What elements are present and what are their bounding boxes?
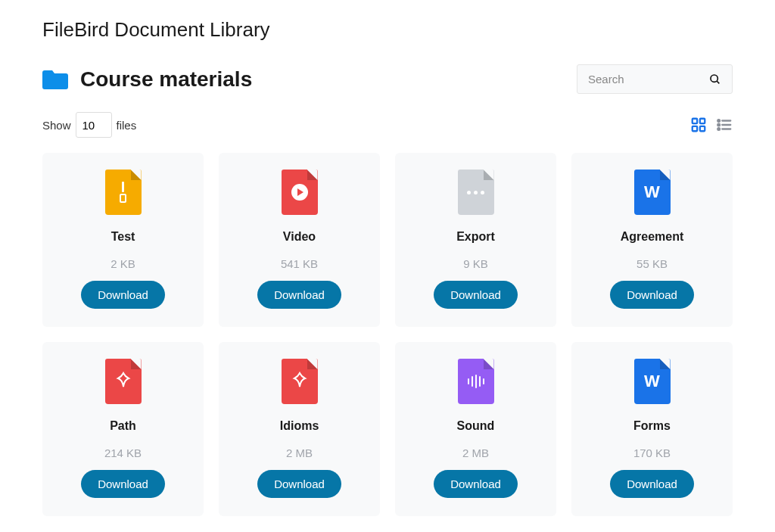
file-icon: W [634, 170, 671, 215]
ellipsis-icon [467, 191, 484, 194]
play-icon [291, 184, 308, 201]
pdf-icon [291, 371, 309, 392]
page-title: FileBird Document Library [42, 18, 733, 42]
word-icon: W [644, 372, 660, 391]
search-input[interactable] [588, 73, 694, 86]
show-entries-control: Show files [42, 112, 136, 138]
search-box[interactable] [577, 64, 733, 94]
download-button[interactable]: Download [610, 281, 694, 309]
file-name: Sound [457, 419, 495, 433]
folder-icon [42, 69, 68, 90]
file-card: Export9 KBDownload [395, 153, 556, 327]
file-size: 2 KB [110, 257, 135, 270]
file-size: 2 MB [286, 446, 313, 459]
file-card: Idioms2 MBDownload [219, 342, 380, 516]
file-card: Video541 KBDownload [219, 153, 380, 327]
grid-view-button[interactable] [690, 117, 707, 133]
view-toggle [690, 117, 733, 133]
file-icon [105, 170, 142, 215]
download-button[interactable]: Download [610, 470, 694, 498]
svg-rect-4 [693, 126, 697, 131]
file-size: 214 KB [104, 446, 142, 459]
list-view-button[interactable] [716, 117, 733, 133]
download-button[interactable]: Download [81, 470, 165, 498]
svg-point-0 [711, 75, 717, 82]
file-card: WAgreement55 KBDownload [571, 153, 733, 327]
file-name: Video [283, 230, 316, 244]
svg-rect-3 [700, 119, 705, 123]
audio-icon [468, 375, 484, 388]
download-button[interactable]: Download [257, 281, 341, 309]
file-card: WForms170 KBDownload [571, 342, 733, 516]
download-button[interactable]: Download [81, 281, 165, 309]
search-icon [709, 73, 721, 86]
controls-row: Show files [42, 112, 733, 138]
file-icon [282, 170, 318, 215]
svg-rect-5 [700, 126, 705, 131]
file-icon [282, 359, 318, 404]
zip-icon [120, 182, 126, 203]
svg-line-1 [717, 81, 719, 83]
download-button[interactable]: Download [257, 470, 341, 498]
file-name: Path [110, 419, 136, 433]
file-name: Agreement [621, 230, 684, 244]
file-card: Path214 KBDownload [42, 342, 204, 516]
svg-point-8 [717, 124, 720, 126]
svg-point-10 [717, 128, 720, 130]
file-name: Idioms [280, 419, 319, 433]
download-button[interactable]: Download [434, 281, 518, 309]
file-icon [105, 359, 142, 404]
folder-title: Course materials [42, 67, 252, 92]
show-label-after: files [117, 119, 137, 132]
file-size: 9 KB [463, 257, 488, 270]
file-card: Sound2 MBDownload [395, 342, 556, 516]
svg-rect-2 [693, 119, 697, 123]
file-size: 55 KB [636, 257, 668, 270]
folder-name: Course materials [80, 67, 252, 92]
file-grid: Test2 KBDownloadVideo541 KBDownloadExpor… [42, 153, 733, 516]
file-card: Test2 KBDownload [42, 153, 204, 327]
file-size: 170 KB [633, 446, 671, 459]
file-name: Export [456, 230, 495, 244]
file-name: Test [111, 230, 135, 244]
word-icon: W [644, 182, 660, 202]
svg-point-6 [717, 120, 720, 122]
show-label-before: Show [42, 119, 71, 132]
file-size: 2 MB [462, 446, 489, 459]
file-icon [458, 359, 494, 404]
pdf-icon [114, 371, 132, 392]
file-icon: W [634, 359, 671, 404]
file-size: 541 KB [281, 257, 318, 270]
download-button[interactable]: Download [434, 470, 518, 498]
file-name: Forms [633, 419, 671, 433]
header-row: Course materials [42, 64, 733, 94]
show-count-input[interactable] [76, 112, 112, 138]
file-icon [458, 170, 494, 215]
